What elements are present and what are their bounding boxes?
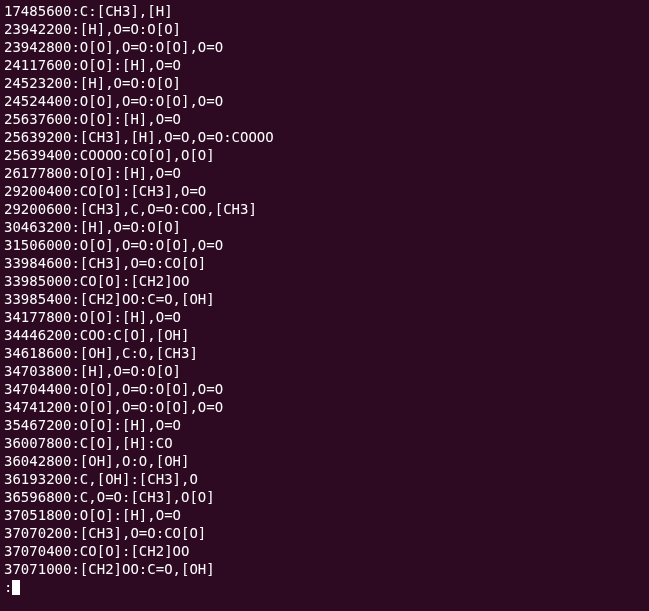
output-line: 33985400:[CH2]OO:C=O,[OH] [4, 290, 645, 308]
output-line: 37070400:CO[O]:[CH2]OO [4, 542, 645, 560]
output-line: 24117600:O[O]:[H],O=O [4, 56, 645, 74]
output-line: 37051800:O[O]:[H],O=O [4, 506, 645, 524]
output-line: 35467200:O[O]:[H],O=O [4, 416, 645, 434]
output-line: 30463200:[H],O=O:O[O] [4, 218, 645, 236]
output-line: 25639400:COOOO:CO[O],O[O] [4, 146, 645, 164]
output-line: 24524400:O[O],O=O:O[O],O=O [4, 92, 645, 110]
output-line: 25639200:[CH3],[H],O=O,O=O:COOOO [4, 128, 645, 146]
terminal-output[interactable]: 17485600:C:[CH3],[H]23942200:[H],O=O:O[O… [0, 0, 649, 611]
output-line: 36193200:C,[OH]:[CH3],O [4, 470, 645, 488]
output-line: 34446200:COO:C[O],[OH] [4, 326, 645, 344]
output-line: 24523200:[H],O=O:O[O] [4, 74, 645, 92]
pager-prompt: : [4, 578, 12, 596]
output-line: 33985000:CO[O]:[CH2]OO [4, 272, 645, 290]
output-line: 34704400:O[O],O=O:O[O],O=O [4, 380, 645, 398]
output-line: 31506000:O[O],O=O:O[O],O=O [4, 236, 645, 254]
output-line: 34741200:O[O],O=O:O[O],O=O [4, 398, 645, 416]
output-line: 37071000:[CH2]OO:C=O,[OH] [4, 560, 645, 578]
output-line: 29200400:CO[O]:[CH3],O=O [4, 182, 645, 200]
output-line: 36042800:[OH],O:O,[OH] [4, 452, 645, 470]
output-line: 17485600:C:[CH3],[H] [4, 2, 645, 20]
output-line: 25637600:O[O]:[H],O=O [4, 110, 645, 128]
output-line: 23942200:[H],O=O:O[O] [4, 20, 645, 38]
output-line: 34177800:O[O]:[H],O=O [4, 308, 645, 326]
output-line: 23942800:O[O],O=O:O[O],O=O [4, 38, 645, 56]
pager-prompt-line[interactable]: : [4, 578, 645, 596]
output-line: 33984600:[CH3],O=O:CO[O] [4, 254, 645, 272]
output-line: 29200600:[CH3],C,O=O:COO,[CH3] [4, 200, 645, 218]
output-line: 36596800:C,O=O:[CH3],O[O] [4, 488, 645, 506]
output-line: 26177800:O[O]:[H],O=O [4, 164, 645, 182]
cursor [12, 580, 20, 595]
output-line: 34618600:[OH],C:O,[CH3] [4, 344, 645, 362]
output-line: 36007800:C[O],[H]:CO [4, 434, 645, 452]
output-line: 34703800:[H],O=O:O[O] [4, 362, 645, 380]
output-line: 37070200:[CH3],O=O:CO[O] [4, 524, 645, 542]
